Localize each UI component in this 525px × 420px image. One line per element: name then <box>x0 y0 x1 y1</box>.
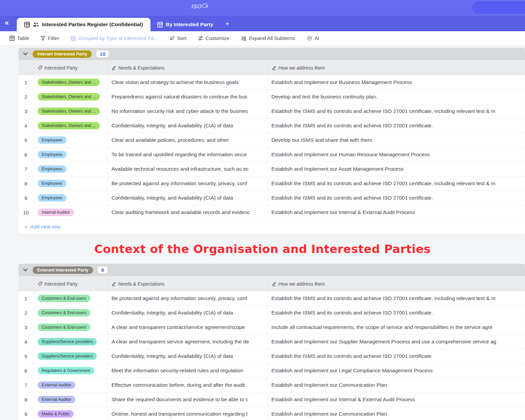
grouped-by-button[interactable]: Grouped by Type of Interested Pa... <box>71 35 158 41</box>
needs-expectations-cell[interactable]: Confidentiality, Integrity, and Availabi… <box>107 349 268 363</box>
how-we-address-cell[interactable]: Establish the ISMS and its controls and … <box>268 119 523 133</box>
needs-expectations-cell[interactable]: Meet the information security-related ru… <box>107 364 268 378</box>
chevron-down-icon[interactable] <box>23 268 28 271</box>
column-header-needs-expectations[interactable]: Needs & Expectations <box>107 276 268 291</box>
interested-party-cell[interactable]: Stakeholders, Owners and ... <box>34 90 107 104</box>
row-number-cell[interactable]: 9 <box>18 407 34 420</box>
interested-party-cell[interactable]: Employees <box>34 162 107 176</box>
interested-party-cell[interactable]: Suppliers/Service providers <box>34 349 107 363</box>
row-number-cell[interactable]: 1 <box>18 291 34 305</box>
how-we-address-cell[interactable]: Establish the ISMS and its controls and … <box>268 176 523 191</box>
table-row[interactable]: 2Stakeholders, Owners and ...Preparednes… <box>18 90 525 104</box>
column-header-interested-party[interactable]: Interested Party <box>34 60 107 75</box>
row-number-cell[interactable]: 6 <box>18 148 34 162</box>
needs-expectations-cell[interactable]: Confidentiality, Integrity, and Availabi… <box>107 191 268 205</box>
interested-party-cell[interactable]: Employees <box>34 176 107 191</box>
needs-expectations-cell[interactable]: Be protected against any information sec… <box>107 291 268 305</box>
row-number-cell[interactable]: 4 <box>18 119 34 133</box>
table-row[interactable]: 3Stakeholders, Owners and ...No informat… <box>18 104 525 119</box>
how-we-address-cell[interactable]: Establish the ISMS and its controls and … <box>268 291 523 305</box>
how-we-address-cell[interactable]: Establish the ISMS and its controls and … <box>268 349 523 363</box>
how-we-address-cell[interactable]: Establish and Implement our Legal Compli… <box>268 364 523 378</box>
table-row[interactable]: 7EmployeesAvailable technical resources … <box>18 162 525 176</box>
interested-party-cell[interactable]: Media & Public <box>34 407 107 420</box>
row-number-cell[interactable]: 7 <box>18 162 34 176</box>
interested-party-cell[interactable]: Customers & End-users <box>34 306 107 320</box>
how-we-address-cell[interactable]: Develop our ISMS and share that with the… <box>268 133 523 147</box>
table-row[interactable]: 1Stakeholders, Owners and ...Clear visio… <box>18 75 525 90</box>
needs-expectations-cell[interactable]: Ontime, honest and transparent communica… <box>107 407 268 420</box>
table-row[interactable]: 3Customers & End-usersA clear and transp… <box>18 320 525 335</box>
column-header-needs-expectations[interactable]: Needs & Expectations <box>107 60 268 75</box>
interested-party-cell[interactable]: Customers & End-users <box>34 320 107 334</box>
interested-party-cell[interactable]: Stakeholders, Owners and ... <box>34 119 107 133</box>
table-row[interactable]: 2Customers & End-usersConfidentiality, I… <box>18 306 525 320</box>
table-row[interactable]: 4Stakeholders, Owners and ...Confidentia… <box>18 119 525 133</box>
row-number-cell[interactable]: 4 <box>18 335 34 349</box>
interested-party-cell[interactable]: Employees <box>34 133 107 147</box>
how-we-address-cell[interactable]: Establish and Implement our Supplier Man… <box>268 335 523 349</box>
add-new-row-button[interactable]: + Add new row <box>18 220 525 234</box>
needs-expectations-cell[interactable]: Effective communication before, during a… <box>107 378 268 392</box>
column-header-interested-party[interactable]: Interested Party <box>34 276 107 291</box>
needs-expectations-cell[interactable]: Be protected against any information sec… <box>107 176 268 191</box>
interested-party-cell[interactable]: Suppliers/Service providers <box>34 335 107 349</box>
row-number-cell[interactable]: 10 <box>18 205 34 219</box>
how-we-address-cell[interactable]: Establish the ISMS and its controls and … <box>268 104 523 118</box>
needs-expectations-cell[interactable]: Preparedness against natural disasters t… <box>107 90 268 104</box>
table-row[interactable]: 8EmployeesBe protected against any infor… <box>18 176 525 191</box>
row-number-cell[interactable]: 3 <box>18 104 34 118</box>
interested-party-cell[interactable]: Stakeholders, Owners and ... <box>34 75 107 89</box>
ai-button[interactable]: AI AI <box>307 35 319 41</box>
table-row[interactable]: 9Media & PublicOntime, honest and transp… <box>18 407 525 420</box>
table-row[interactable]: 5EmployeesClear and available policies, … <box>18 133 525 148</box>
add-tab-button[interactable]: + <box>225 20 229 28</box>
table-view-button[interactable]: Table <box>9 35 29 41</box>
interested-party-cell[interactable]: Regulators & Government <box>34 364 107 378</box>
expand-all-subitems-button[interactable]: Expand All Subitems <box>241 35 295 41</box>
needs-expectations-cell[interactable]: A clear and transparent service agreemen… <box>107 335 268 349</box>
sort-button[interactable]: Sort <box>170 35 187 41</box>
needs-expectations-cell[interactable]: No information security risk and cyber a… <box>107 104 268 118</box>
tab-by-interested-party[interactable]: By Interested Party <box>150 18 220 31</box>
needs-expectations-cell[interactable]: A clear and transparent contract/service… <box>107 320 268 334</box>
header-action-button[interactable] <box>472 1 525 14</box>
column-header-how-we-address[interactable]: How we address them <box>268 60 523 75</box>
tab-interested-parties-register[interactable]: Interested Parties Register (Confidentia… <box>17 18 150 31</box>
interested-party-cell[interactable]: Employees <box>34 191 107 205</box>
row-number-cell[interactable]: 6 <box>18 364 34 378</box>
needs-expectations-cell[interactable]: Share the required documents and evidenc… <box>107 392 268 407</box>
row-number-cell[interactable]: 2 <box>18 306 34 320</box>
interested-party-cell[interactable]: Employees <box>34 148 107 162</box>
interested-party-cell[interactable]: External Auditor <box>34 392 107 407</box>
row-number-cell[interactable]: 5 <box>18 349 34 363</box>
needs-expectations-cell[interactable]: To be trained and upskilled regarding th… <box>107 148 268 162</box>
row-number-cell[interactable]: 3 <box>18 320 34 334</box>
how-we-address-cell[interactable]: Establish and Implement our Asset Manage… <box>268 162 523 176</box>
table-row[interactable]: 1Customers & End-usersBe protected again… <box>18 291 525 306</box>
table-row[interactable]: 9EmployeesConfidentiality, Integrity, an… <box>18 191 525 205</box>
row-number-cell[interactable]: 8 <box>18 176 34 191</box>
needs-expectations-cell[interactable]: Available technical resources and infras… <box>107 162 268 176</box>
interested-party-cell[interactable]: Internal Auditor <box>34 205 107 219</box>
how-we-address-cell[interactable]: Establish and Implement our Human Resouc… <box>268 148 523 162</box>
needs-expectations-cell[interactable]: Clear and available policies, procedures… <box>107 133 268 147</box>
table-row[interactable]: 5Suppliers/Service providersConfidential… <box>18 349 525 364</box>
row-number-cell[interactable]: 1 <box>18 75 34 89</box>
needs-expectations-cell[interactable]: Confidentiality, Integrity, and Availabi… <box>107 306 268 320</box>
interested-party-cell[interactable]: External Auditor <box>34 378 107 392</box>
chevron-down-icon[interactable] <box>23 52 28 55</box>
row-number-cell[interactable]: 8 <box>18 392 34 407</box>
collapse-sidebar-icon[interactable]: « <box>5 18 8 27</box>
filter-button[interactable]: Filter <box>41 35 59 41</box>
table-row[interactable]: 10Internal AuditorClear auditing framewo… <box>18 205 525 220</box>
row-number-cell[interactable]: 9 <box>18 191 34 205</box>
needs-expectations-cell[interactable]: Confidentiality, Integrity, and Availabi… <box>107 119 268 133</box>
needs-expectations-cell[interactable]: Clear vision and strategy to achieve the… <box>107 75 268 89</box>
how-we-address-cell[interactable]: Establish the ISMS and its controls and … <box>268 191 523 205</box>
how-we-address-cell[interactable]: Establish and Implement our Internal & E… <box>268 205 523 219</box>
table-row[interactable]: 7External AuditorEffective communication… <box>18 378 525 392</box>
interested-party-cell[interactable]: Stakeholders, Owners and ... <box>34 104 107 118</box>
table-row[interactable]: 8External AuditorShare the required docu… <box>18 392 525 407</box>
how-we-address-cell[interactable]: Establish and Implement our Communicatio… <box>268 407 523 420</box>
